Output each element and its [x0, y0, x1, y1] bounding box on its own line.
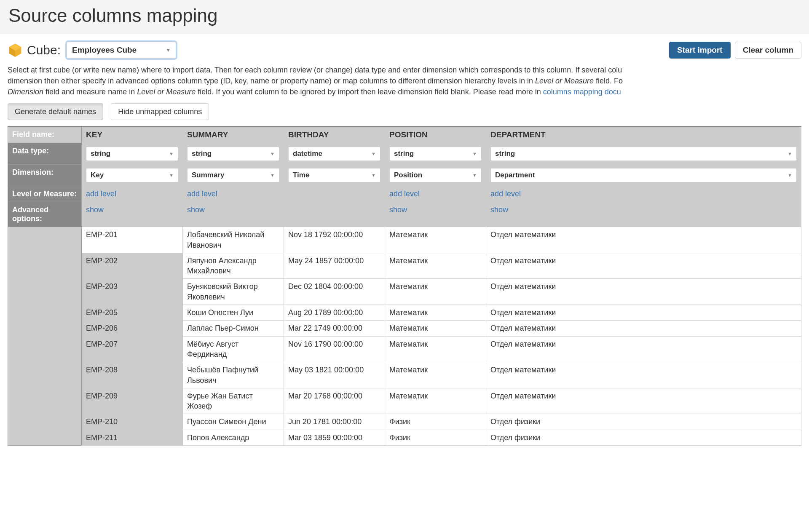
field-name-cell: BIRTHDAY: [284, 126, 385, 143]
add-level-link[interactable]: add level: [187, 190, 217, 198]
cell-department: Отдел математики: [486, 336, 801, 362]
cell-birthday: Aug 20 1789 00:00:00: [284, 305, 385, 321]
cell-department: Отдел математики: [486, 305, 801, 321]
field-name-cell: DEPARTMENT: [486, 126, 801, 143]
dimension-select[interactable]: Position▼: [389, 168, 482, 182]
cell-birthday: Mar 20 1768 00:00:00: [284, 388, 385, 414]
cell-position: Математик: [385, 279, 486, 305]
field-name: BIRTHDAY: [288, 130, 329, 139]
label-advanced: Advanced options:: [8, 202, 82, 227]
cell-position: Математик: [385, 336, 486, 362]
level-cell: [284, 186, 385, 202]
field-name: DEPARTMENT: [490, 130, 546, 139]
show-link[interactable]: show: [86, 206, 104, 214]
dimension-select[interactable]: Time▼: [288, 168, 380, 182]
add-level-link[interactable]: add level: [490, 190, 521, 198]
dimension-cell: Summary▼: [183, 165, 284, 186]
label-level: Level or Measure:: [8, 186, 82, 202]
cell-summary: Лобачевский Николай Иванович: [183, 227, 284, 253]
datatype-cell: string▼: [486, 143, 801, 165]
chevron-down-icon: ▼: [270, 151, 275, 156]
cell-key: EMP-205: [82, 305, 183, 321]
add-level-link[interactable]: add level: [389, 190, 420, 198]
label-dimension: Dimension:: [8, 165, 82, 186]
dimension-select[interactable]: Department▼: [490, 168, 797, 182]
cell-department: Отдел математики: [486, 253, 801, 279]
hide-unmapped-columns-button[interactable]: Hide unmapped columns: [111, 103, 209, 120]
dimension-select[interactable]: Key▼: [86, 168, 178, 182]
cell-position: Математик: [385, 388, 486, 414]
dimension-cell: Department▼: [486, 165, 801, 186]
mapping-table: Field name:KEYSUMMARYBIRTHDAYPOSITIONDEP…: [8, 126, 801, 446]
dimension-cell: Position▼: [385, 165, 486, 186]
generate-default-names-button[interactable]: Generate default names: [8, 103, 103, 120]
chevron-down-icon: ▼: [371, 173, 376, 178]
page-header: Source columns mapping: [0, 0, 809, 34]
datatype-select[interactable]: string▼: [86, 147, 178, 161]
show-link[interactable]: show: [187, 206, 205, 214]
chevron-down-icon: ▼: [169, 173, 174, 178]
label-data-type: Data type:: [8, 143, 82, 165]
datatype-select[interactable]: string▼: [187, 147, 279, 161]
page-title: Source columns mapping: [8, 5, 801, 26]
table-row: EMP-210Пуассон Симеон ДениJun 20 1781 00…: [8, 414, 801, 430]
label-field-name: Field name:: [8, 126, 82, 143]
cell-birthday: Jun 20 1781 00:00:00: [284, 414, 385, 430]
table-row: EMP-203Буняковский Виктор ЯковлевичDec 0…: [8, 279, 801, 305]
field-name: POSITION: [389, 130, 428, 139]
datatype-select[interactable]: string▼: [389, 147, 482, 161]
show-link[interactable]: show: [490, 206, 508, 214]
chevron-down-icon: ▼: [472, 173, 477, 178]
cell-key: EMP-208: [82, 362, 183, 388]
datatype-cell: string▼: [385, 143, 486, 165]
cell-department: Отдел математики: [486, 321, 801, 336]
chevron-down-icon: ▼: [270, 173, 275, 178]
cell-position: Физик: [385, 414, 486, 430]
show-link[interactable]: show: [389, 206, 407, 214]
chevron-down-icon: ▼: [371, 151, 376, 156]
cell-summary: Коши Огюстен Луи: [183, 305, 284, 321]
chevron-down-icon: ▼: [788, 173, 792, 178]
cell-department: Отдел математики: [486, 362, 801, 388]
docs-link[interactable]: columns mapping docu: [543, 88, 621, 96]
start-import-button[interactable]: Start import: [669, 42, 731, 59]
datatype-select[interactable]: datetime▼: [288, 147, 380, 161]
cell-department: Отдел математики: [486, 227, 801, 253]
cell-department: Отдел физики: [486, 430, 801, 445]
table-row: EMP-207Мёбиус Август ФердинандNov 16 179…: [8, 336, 801, 362]
field-name: KEY: [86, 130, 102, 139]
cell-department: Отдел математики: [486, 279, 801, 305]
cell-position: Математик: [385, 305, 486, 321]
cube-select[interactable]: Employees Cube ▼: [67, 42, 176, 59]
cell-summary: Буняковский Виктор Яковлевич: [183, 279, 284, 305]
chevron-down-icon: ▼: [169, 151, 174, 156]
data-label-cell: [8, 227, 82, 446]
advanced-cell: show: [82, 202, 183, 227]
top-row: Cube: Employees Cube ▼ Start import Clea…: [8, 42, 801, 59]
level-cell: add level: [385, 186, 486, 202]
table-row: EMP-209Фурье Жан Батист ЖозефMar 20 1768…: [8, 388, 801, 414]
cell-birthday: Dec 02 1804 00:00:00: [284, 279, 385, 305]
cell-summary: Ляпунов Александр Михайлович: [183, 253, 284, 279]
chevron-down-icon: ▼: [472, 151, 477, 156]
cell-key: EMP-202: [82, 253, 183, 279]
level-cell: add level: [183, 186, 284, 202]
advanced-cell: show: [486, 202, 801, 227]
chevron-down-icon: ▼: [788, 151, 792, 156]
cube-label: Cube:: [27, 43, 61, 57]
dimension-select[interactable]: Summary▼: [187, 168, 279, 182]
cell-key: EMP-207: [82, 336, 183, 362]
level-cell: add level: [486, 186, 801, 202]
cube-icon: [8, 43, 23, 58]
datatype-cell: string▼: [183, 143, 284, 165]
datatype-select[interactable]: string▼: [490, 147, 797, 161]
advanced-cell: [284, 202, 385, 227]
table-row: EMP-206Лаплас Пьер-СимонMar 22 1749 00:0…: [8, 321, 801, 336]
cell-birthday: Mar 22 1749 00:00:00: [284, 321, 385, 336]
field-name-cell: KEY: [82, 126, 183, 143]
field-name-cell: POSITION: [385, 126, 486, 143]
add-level-link[interactable]: add level: [86, 190, 116, 198]
table-row: EMP-202Ляпунов Александр МихайловичMay 2…: [8, 253, 801, 279]
clear-column-button[interactable]: Clear column: [735, 42, 801, 59]
cell-position: Математик: [385, 253, 486, 279]
